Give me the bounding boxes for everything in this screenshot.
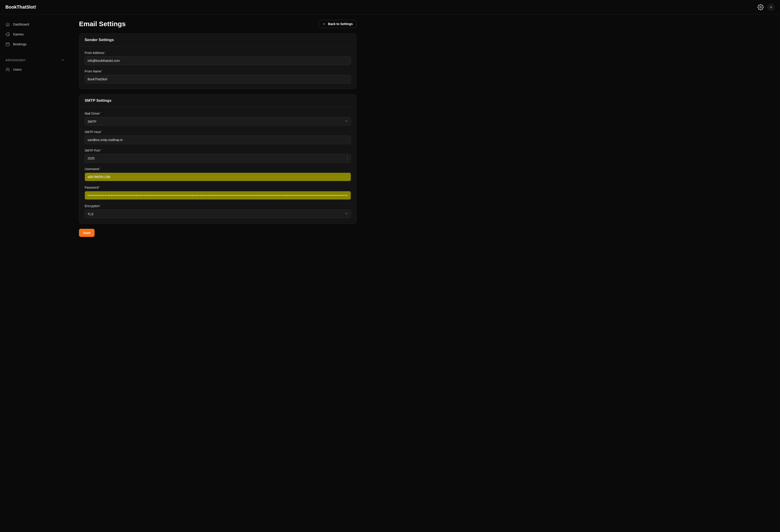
save-button[interactable]: Save <box>79 229 95 237</box>
svg-rect-1 <box>6 43 9 46</box>
content: Email Settings Back to Settings Sender S… <box>70 14 780 532</box>
from-address-label: From Address* <box>85 51 351 55</box>
topbar: BookThatSlot! A <box>0 0 780 14</box>
svg-point-0 <box>760 6 762 8</box>
from-address-input[interactable] <box>85 56 351 65</box>
sidebar-item-label: Bookings <box>13 42 27 46</box>
required-indicator: * <box>100 112 101 114</box>
mail-driver-select[interactable]: SMTP <box>85 117 351 126</box>
from-name-label: From Name* <box>85 69 351 73</box>
smtp-settings-card: SMTP Settings Mail Driver* SMTP <box>79 94 356 224</box>
arrow-left-icon <box>323 22 326 26</box>
save-button-label: Save <box>83 231 91 235</box>
svg-point-2 <box>6 68 8 69</box>
encryption-label: Encryption* <box>85 204 351 208</box>
password-input[interactable] <box>85 191 351 200</box>
sidebar-section-administration[interactable]: Administration <box>3 56 67 64</box>
card-title: SMTP Settings <box>79 94 356 107</box>
card-title: Sender Settings <box>79 34 356 47</box>
smtp-port-input[interactable] <box>85 154 351 163</box>
required-indicator: * <box>100 167 100 170</box>
mail-driver-label: Mail Driver* <box>85 112 351 115</box>
home-icon <box>5 22 10 26</box>
calendar-icon <box>5 42 10 47</box>
username-label: Username* <box>85 167 351 171</box>
back-button-label: Back to Settings <box>328 22 353 26</box>
sidebar-item-dashboard[interactable]: Dashboard <box>3 20 67 29</box>
sidebar-section-label: Administration <box>5 58 26 62</box>
chevron-up-icon <box>61 58 64 62</box>
sidebar-item-bookings[interactable]: Bookings <box>3 40 67 49</box>
brand-logo[interactable]: BookThatSlot! <box>5 4 36 10</box>
required-indicator: * <box>102 69 102 72</box>
password-label: Password* <box>85 186 351 189</box>
sidebar-item-games[interactable]: Games <box>3 30 67 39</box>
back-to-settings-button[interactable]: Back to Settings <box>319 20 356 28</box>
required-indicator: * <box>104 51 105 54</box>
sidebar-item-label: Dashboard <box>13 22 29 26</box>
sidebar-item-label: Games <box>13 33 24 36</box>
puzzle-icon <box>5 32 10 37</box>
username-input[interactable] <box>85 173 351 181</box>
required-indicator: * <box>100 204 101 207</box>
avatar[interactable]: A <box>767 4 775 11</box>
smtp-host-input[interactable] <box>85 136 351 144</box>
sidebar: Dashboard Games Bookings Administration <box>0 14 70 532</box>
sender-settings-card: Sender Settings From Address* From Name* <box>79 34 356 89</box>
settings-icon[interactable] <box>758 4 764 10</box>
users-icon <box>5 67 10 72</box>
encryption-select[interactable]: TLS <box>85 210 351 218</box>
required-indicator: * <box>100 149 101 151</box>
avatar-initial: A <box>770 5 772 9</box>
sidebar-item-label: Users <box>13 68 22 71</box>
required-indicator: * <box>101 130 102 133</box>
from-name-input[interactable] <box>85 75 351 84</box>
smtp-port-label: SMTP Port* <box>85 149 351 152</box>
smtp-host-label: SMTP Host* <box>85 130 351 134</box>
page-title: Email Settings <box>79 20 126 28</box>
required-indicator: * <box>99 186 100 189</box>
sidebar-item-users[interactable]: Users <box>3 65 67 74</box>
